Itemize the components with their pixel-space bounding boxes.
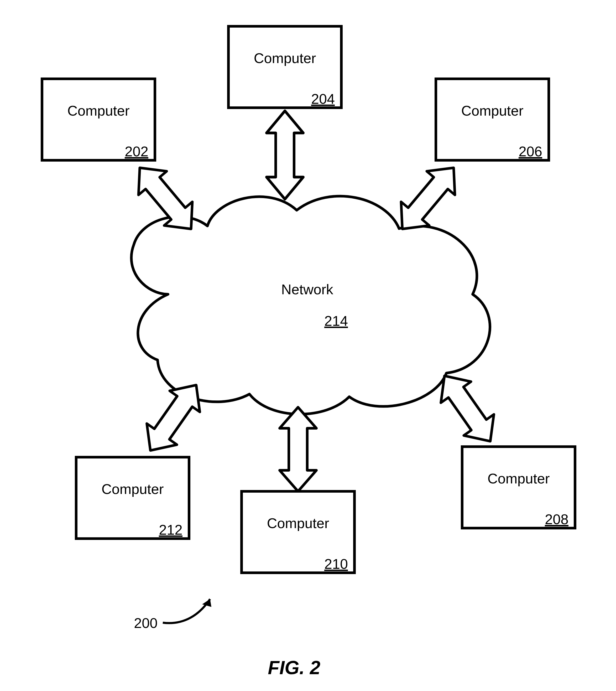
diagram-svg: Network 214 Computer 204 Computer 202 Co…	[0, 0, 616, 691]
svg-marker-6	[202, 599, 212, 607]
arrow-204	[266, 111, 303, 199]
arrow-210	[280, 407, 316, 491]
computer-206: Computer 206	[436, 79, 549, 160]
network-label: Network	[281, 281, 333, 297]
computer-212-ref: 212	[159, 522, 182, 538]
computer-212: Computer 212	[76, 457, 189, 539]
computer-212-label: Computer	[101, 481, 163, 497]
figure-caption: FIG. 2	[268, 657, 320, 678]
computer-202-ref: 202	[125, 144, 148, 159]
network-ref: 214	[324, 313, 348, 329]
computer-208-label: Computer	[487, 470, 550, 486]
computer-204-label: Computer	[254, 50, 316, 66]
computer-204: Computer 204	[228, 26, 342, 108]
computer-206-label: Computer	[461, 103, 523, 119]
computer-202-label: Computer	[67, 103, 129, 119]
computer-208-ref: 208	[545, 511, 569, 527]
computer-210-label: Computer	[267, 515, 329, 531]
overall-ref: 200	[134, 615, 157, 631]
diagram-stage: Network 214 Computer 204 Computer 202 Co…	[0, 0, 616, 691]
computer-210-ref: 210	[324, 556, 348, 572]
ref-200-leader	[163, 599, 212, 623]
computer-204-ref: 204	[311, 91, 335, 107]
computer-210: Computer 210	[242, 491, 354, 573]
computer-208: Computer 208	[462, 447, 575, 528]
computer-206-ref: 206	[519, 144, 542, 159]
computer-202: Computer 202	[42, 79, 155, 160]
